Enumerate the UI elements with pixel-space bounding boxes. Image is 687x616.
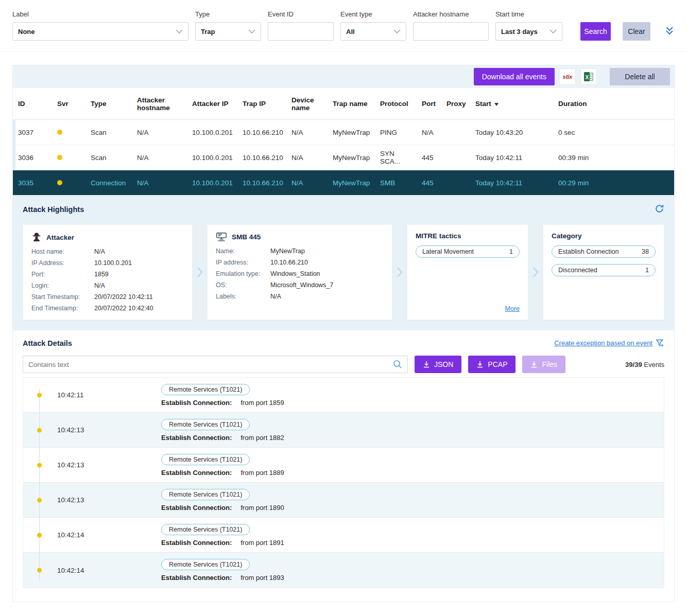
expand-filters-button[interactable] [664, 26, 675, 38]
column-header-proxy[interactable]: Proxy [441, 98, 470, 110]
attacker-hostname-input-wrap [413, 22, 489, 41]
trap-card: SMB 445 Name:MyNewTrap IP address:10.10.… [207, 224, 392, 320]
cell-attacker-ip: 10.100.0.201 [187, 152, 237, 164]
attacker-hostname-filter-label: Attacker hostname [413, 10, 489, 18]
cell-trap-ip: 10.10.66.210 [237, 152, 286, 164]
card-separator-chevron-icon [193, 224, 207, 320]
attack-details-title: Attack Details [23, 339, 72, 347]
export-excel-button[interactable]: X [580, 68, 597, 85]
event-time: 10:42:13 [23, 483, 161, 517]
cell-trap-name: MyNewTrap [328, 177, 375, 189]
timeline-event-row[interactable]: 10:42:11 Remote Services (T1021) Establi… [23, 378, 664, 413]
cell-trap-ip: 10.10.66.210 [237, 127, 286, 138]
event-timeline: 10:42:11 Remote Services (T1021) Establi… [23, 377, 664, 588]
event-action: Establish Connection:from port 1882 [161, 434, 284, 442]
cell-type: Scan [85, 127, 132, 138]
cell-attacker-hostname: N/A [132, 177, 187, 189]
label-filter-select[interactable]: None [12, 22, 188, 41]
start-time-filter-select[interactable]: Last 3 days [495, 22, 562, 41]
cell-attacker-ip: 10.100.0.201 [187, 177, 237, 189]
event-id-input[interactable] [273, 28, 328, 36]
table-row[interactable]: 3037 Scan N/A 10.100.0.201 10.10.66.210 … [13, 120, 674, 145]
cell-trap-ip: 10.10.66.210 [237, 177, 286, 189]
column-header-port[interactable]: Port [417, 98, 441, 110]
label-filter-value: None [18, 28, 35, 36]
download-pcap-button[interactable]: PCAP [468, 356, 516, 373]
event-type-filter-value: All [346, 28, 355, 36]
timeline-event-row[interactable]: 10:42:13 Remote Services (T1021) Establi… [23, 413, 664, 448]
cell-device-name: N/A [286, 152, 328, 164]
type-filter-value: Trap [201, 28, 215, 36]
cell-trap-name: MyNewTrap [328, 127, 375, 138]
event-type-filter-select[interactable]: All [340, 22, 406, 41]
table-row-selected[interactable]: 3035 Connection N/A 10.100.0.201 10.10.6… [13, 170, 674, 196]
field-label: IP address: [216, 259, 270, 266]
mitre-technique-tag[interactable]: Remote Services (T1021) [161, 419, 250, 430]
category-pill: Disconnected 1 [552, 264, 656, 276]
cell-start: Today 10:42:11 [470, 177, 553, 189]
download-json-button[interactable]: JSON [415, 356, 461, 373]
field-label: Host name: [31, 248, 94, 255]
timeline-event-row[interactable]: 10:42:14 Remote Services (T1021) Establi… [23, 553, 664, 588]
mitre-technique-tag[interactable]: Remote Services (T1021) [161, 384, 250, 395]
timeline-event-row[interactable]: 10:42:14 Remote Services (T1021) Establi… [23, 518, 664, 553]
search-icon[interactable] [393, 360, 402, 369]
double-chevron-down-icon [664, 26, 675, 36]
mitre-technique-tag[interactable]: Remote Services (T1021) [161, 559, 250, 570]
field-value: Microsoft_Windows_7 [270, 281, 333, 289]
refresh-button[interactable] [655, 204, 664, 215]
delete-all-button[interactable]: Delete all [610, 68, 670, 85]
download-all-events-button[interactable]: Download all events [474, 68, 555, 85]
column-header-attacker-ip[interactable]: Attacker IP [187, 98, 237, 110]
clear-button[interactable]: Clear [623, 22, 650, 41]
attacker-hostname-input[interactable] [419, 28, 483, 36]
status-dot-icon [57, 130, 62, 135]
mitre-technique-tag[interactable]: Remote Services (T1021) [161, 524, 250, 535]
event-action: Establish Connection:from port 1889 [161, 469, 284, 477]
column-header-id[interactable]: ID [13, 98, 52, 110]
chevron-down-icon [549, 29, 557, 33]
timeline-event-row[interactable]: 10:42:13 Remote Services (T1021) Establi… [23, 448, 664, 483]
timeline-dot-icon [37, 533, 42, 537]
cell-protocol: PING [375, 127, 417, 138]
cell-trap-name: MyNewTrap [328, 152, 375, 164]
column-header-trap-ip[interactable]: Trap IP [237, 98, 286, 110]
column-header-protocol[interactable]: Protocol [375, 98, 417, 110]
column-header-device-name[interactable]: Device name [286, 94, 328, 114]
event-time: 10:42:13 [23, 448, 161, 482]
mitre-tactic-count: 1 [509, 248, 513, 255]
event-time: 10:42:13 [23, 413, 161, 447]
field-value: 10.10.66.210 [270, 259, 308, 266]
cell-id: 3037 [13, 127, 52, 138]
field-value: 1859 [94, 271, 109, 278]
search-button[interactable]: Search [580, 22, 611, 41]
mitre-technique-tag[interactable]: Remote Services (T1021) [161, 454, 250, 465]
column-header-trap-name[interactable]: Trap name [328, 98, 375, 110]
refresh-icon [655, 204, 664, 214]
create-exception-link[interactable]: Create exception based on event [554, 339, 664, 347]
cell-attacker-hostname: N/A [132, 152, 187, 164]
column-header-attacker-hostname[interactable]: Attacker hostname [132, 94, 187, 114]
column-header-duration[interactable]: Duration [553, 98, 674, 110]
download-files-button[interactable]: Files [522, 356, 565, 373]
timeline-dot-icon [37, 568, 42, 573]
column-header-type[interactable]: Type [85, 98, 132, 110]
timeline-event-row[interactable]: 10:42:13 Remote Services (T1021) Establi… [23, 483, 664, 518]
cell-id: 3036 [13, 152, 52, 164]
field-label: IP Address: [31, 259, 94, 267]
field-label: Labels: [216, 293, 270, 300]
export-stix-button[interactable]: stix [559, 68, 576, 85]
contains-text-input[interactable] [28, 361, 393, 368]
mitre-technique-tag[interactable]: Remote Services (T1021) [161, 489, 250, 500]
table-row[interactable]: 3036 Scan N/A 10.100.0.201 10.10.66.210 … [13, 145, 674, 170]
column-header-svr[interactable]: Svr [52, 98, 85, 110]
more-link[interactable]: More [505, 305, 520, 312]
field-label: Start Timestamp: [31, 293, 94, 301]
attacker-card: Attacker Host name:N/A IP Address:10.100… [23, 224, 193, 320]
field-label: Emulation type: [216, 270, 270, 277]
column-header-start[interactable]: Start [470, 98, 553, 110]
cell-svr [52, 127, 85, 138]
excel-icon: X [583, 72, 594, 82]
mitre-tactics-card: MITRE tactics Lateral Movement 1 More [407, 224, 528, 320]
type-filter-select[interactable]: Trap [195, 22, 261, 41]
